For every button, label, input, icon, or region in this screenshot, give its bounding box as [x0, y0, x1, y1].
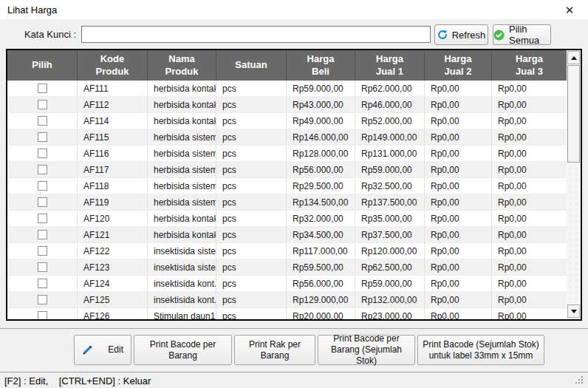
cell-harga-beli: Rp34.500,00 [287, 227, 355, 242]
cell-pilih [7, 97, 78, 112]
cell-nama-produk: herbisida kontak4 [148, 113, 216, 129]
table-row[interactable]: AF115 herbisida sistemi... pcs Rp146.000… [7, 129, 567, 146]
cell-pilih [7, 276, 78, 291]
cell-harga-jual-2: Rp0,00 [425, 129, 492, 145]
row-checkbox[interactable] [38, 246, 47, 256]
table-row[interactable]: AF116 herbisida sistemi... pcs Rp128.000… [7, 146, 567, 162]
cell-kode-produk: AF124 [78, 276, 148, 291]
table-row[interactable]: AF117 herbisida sistemi... pcs Rp56.000,… [7, 162, 567, 178]
cell-satuan: pcs [216, 113, 287, 129]
table-row[interactable]: AF123 insektisida siste... pcs Rp59.500,… [7, 259, 567, 276]
cell-pilih [7, 113, 78, 129]
row-checkbox[interactable] [38, 149, 47, 158]
cell-harga-jual-2: Rp0,00 [425, 292, 492, 307]
cell-harga-beli: Rp146.000,00 [287, 129, 355, 145]
column-header-harga-beli[interactable]: Harga Beli [287, 50, 355, 81]
column-header-harga-jual-3[interactable]: Harga Jual 3 [492, 50, 567, 81]
cell-harga-jual-1: Rp59.000,00 [355, 162, 425, 177]
column-header-harga-jual-1[interactable]: Harga Jual 1 [355, 50, 425, 81]
print-barcode-button[interactable]: Print Bacode per Barang [134, 335, 232, 365]
row-checkbox[interactable] [38, 295, 47, 304]
row-checkbox[interactable] [38, 262, 47, 272]
cell-harga-jual-1: Rp32.500,00 [355, 178, 425, 194]
cell-satuan: pcs [216, 146, 287, 161]
cell-satuan: pcs [216, 292, 287, 307]
table-row[interactable]: AF120 herbisida kontak... pcs Rp32.000,0… [7, 211, 567, 227]
select-all-label: Pilih Semua [509, 24, 550, 46]
row-checkbox[interactable] [38, 100, 47, 109]
cell-harga-jual-2: Rp0,00 [425, 308, 492, 319]
keyword-input[interactable] [81, 26, 431, 43]
row-checkbox[interactable] [38, 165, 47, 174]
resize-grip-icon[interactable] [575, 376, 584, 385]
row-checkbox[interactable] [38, 116, 47, 126]
table-row[interactable]: AF119 herbisida sistemi... pcs Rp134.500… [7, 194, 567, 211]
table-row[interactable]: AF122 insektisida siste... pcs Rp117.000… [7, 243, 567, 259]
cell-harga-jual-3: Rp0,00 [492, 211, 567, 226]
row-checkbox[interactable] [38, 214, 47, 223]
row-checkbox[interactable] [38, 132, 47, 142]
cell-harga-jual-1: Rp120.000,00 [355, 243, 425, 259]
cell-satuan: pcs [216, 162, 287, 177]
scroll-up-button[interactable] [567, 51, 580, 64]
cell-harga-beli: Rp129.000,00 [287, 292, 355, 307]
table-row[interactable]: AF126 Stimulan daun1 pcs Rp20.000,00 Rp2… [7, 308, 567, 319]
cell-harga-jual-2: Rp0,00 [425, 113, 492, 129]
cell-harga-jual-2: Rp0,00 [425, 81, 492, 96]
cell-pilih [7, 162, 78, 177]
column-header-nama-produk[interactable]: Nama Produk [148, 50, 216, 81]
cell-kode-produk: AF125 [78, 292, 148, 307]
scroll-down-button[interactable] [567, 304, 580, 318]
cell-harga-beli: Rp43.000,00 [287, 97, 355, 112]
table-row[interactable]: AF121 herbisida kontak... pcs Rp34.500,0… [7, 227, 567, 243]
row-checkbox[interactable] [38, 311, 47, 319]
vertical-scrollbar[interactable] [567, 50, 581, 319]
row-checkbox[interactable] [38, 279, 47, 288]
column-header-harga-jual-2[interactable]: Harga Jual 2 [425, 50, 492, 81]
cell-nama-produk: Stimulan daun1 [148, 308, 216, 319]
table-row[interactable]: AF125 insektisida kont... pcs Rp129.000,… [7, 292, 567, 308]
cell-nama-produk: herbisida kontak2 [148, 97, 216, 112]
table-row[interactable]: AF111 herbisida kontak1 pcs Rp59.000,00 … [7, 81, 567, 97]
cell-harga-jual-2: Rp0,00 [425, 162, 492, 177]
cell-kode-produk: AF114 [78, 113, 148, 129]
cell-harga-beli: Rp20.000,00 [287, 308, 355, 319]
cell-nama-produk: insektisida kont... [148, 292, 216, 307]
column-header-pilih[interactable]: Pilih [7, 50, 78, 81]
cell-harga-beli: Rp56.000,00 [287, 276, 355, 291]
cell-pilih [7, 243, 78, 259]
select-all-button[interactable]: Pilih Semua [493, 24, 551, 45]
cell-harga-jual-1: Rp62.500,00 [355, 259, 425, 275]
cell-satuan: pcs [216, 129, 287, 145]
print-rack-button[interactable]: Print Rak per Barang [234, 335, 315, 365]
edit-button[interactable]: Edit [74, 335, 131, 365]
table-body: AF111 herbisida kontak1 pcs Rp59.000,00 … [7, 81, 567, 319]
print-barcode-stock-button[interactable]: Print Bacode per Barang (Sejumlah Stok) [318, 335, 415, 365]
column-header-satuan[interactable]: Satuan [216, 50, 287, 81]
row-checkbox[interactable] [38, 197, 47, 207]
search-toolbar: Kata Kunci : Refresh Pilih Semua [0, 19, 588, 49]
column-header-kode-produk[interactable]: Kode Produk [78, 50, 148, 81]
row-checkbox[interactable] [38, 230, 47, 239]
cell-harga-jual-2: Rp0,00 [425, 243, 492, 259]
cell-kode-produk: AF122 [78, 243, 148, 259]
print-barcode-label-button[interactable]: Print Bacode (Sejumlah Stok) untuk label… [417, 335, 544, 365]
row-checkbox[interactable] [38, 181, 47, 191]
refresh-button[interactable]: Refresh [434, 24, 488, 45]
cell-pilih [7, 178, 78, 194]
close-button[interactable]: ✕ [561, 3, 578, 18]
row-checkbox[interactable] [38, 84, 47, 93]
scrollbar-thumb[interactable] [567, 65, 580, 163]
table-row[interactable]: AF124 insektisida kont... pcs Rp56.000,0… [7, 276, 567, 292]
cell-harga-jual-1: Rp52.000,00 [355, 113, 425, 129]
cell-pilih [7, 308, 78, 319]
table-row[interactable]: AF118 herbisida sistemi... pcs Rp29.500,… [7, 178, 567, 194]
cell-harga-jual-2: Rp0,00 [425, 259, 492, 275]
cell-pilih [7, 194, 78, 210]
table-row[interactable]: AF112 herbisida kontak2 pcs Rp43.000,00 … [7, 97, 567, 113]
cell-harga-jual-1: Rp37.500,00 [355, 227, 425, 242]
cell-harga-jual-3: Rp0,00 [492, 227, 567, 242]
table-row[interactable]: AF114 herbisida kontak4 pcs Rp49.000,00 … [7, 113, 567, 129]
cell-pilih [7, 259, 78, 275]
cell-nama-produk: insektisida kont... [148, 276, 216, 291]
